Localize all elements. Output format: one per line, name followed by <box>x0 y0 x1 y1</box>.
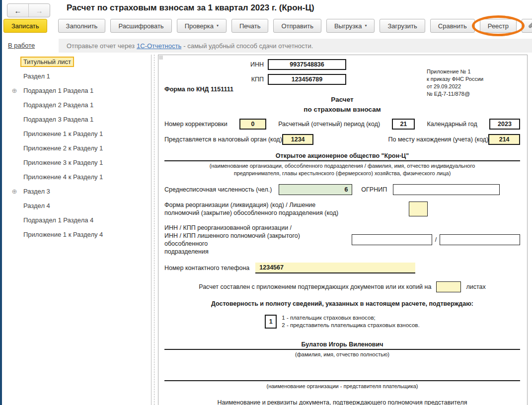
check-dropdown-button[interactable]: Проверка ▾ <box>177 19 227 33</box>
sidebar-item-label: Подраздел 2 Раздела 1 <box>21 100 95 110</box>
sidebar-item-subsection1-4[interactable]: Подраздел 1 Раздела 4 <box>6 213 151 227</box>
reorganization-code-label: Форма реорганизации (ликвидация) (код) /… <box>164 201 383 209</box>
print-button[interactable]: Печать <box>231 19 269 33</box>
contact-phone-field[interactable]: 1234567 <box>255 263 415 273</box>
status-bar: Отправьте отчет через 1С-Отчетность - са… <box>2 39 532 53</box>
window-edge-strip <box>0 0 2 405</box>
sidebar-item-label: Титульный лист <box>20 57 74 67</box>
status-state-link[interactable]: В работе <box>6 41 37 50</box>
period-code-field[interactable]: 21 <box>392 119 415 130</box>
divider <box>164 380 520 381</box>
ogrnip-field[interactable] <box>393 184 500 195</box>
correction-number-label: Номер корректировки <box>164 121 228 128</box>
inn-field[interactable]: 9937548836 <box>268 59 346 70</box>
sidebar-item-label: Приложение 1 к Разделу 4 <box>21 229 105 240</box>
reorg-kpp-field[interactable] <box>440 234 520 245</box>
appendix-line: к приказу ФНС России <box>427 75 483 83</box>
sidebar-item-label: Раздел 3 <box>21 186 52 197</box>
signer-option: 1 - плательщик страховых взносов; <box>282 314 419 322</box>
registry-button[interactable]: Реестр <box>480 19 517 33</box>
organization-name-hint: (наименование организации, обособленного… <box>164 162 520 170</box>
sidebar-item-label: Приложение 3 к Разделу 1 <box>21 157 105 168</box>
sidebar-item-appendix4-1[interactable]: Приложение 4 к Разделу 1 <box>6 170 151 184</box>
expand-icon[interactable]: ⊕ <box>10 87 18 94</box>
sidebar-item-appendix2-1[interactable]: Приложение 2 к Разделу 1 <box>6 141 151 155</box>
sidebar-item-label: Подраздел 1 Раздела 1 <box>21 85 95 96</box>
sidebar-item-appendix3-1[interactable]: Приложение 3 к Разделу 1 <box>6 155 151 170</box>
page-title: Расчет по страховым взносам за 1 квартал… <box>67 3 314 13</box>
reorg-inn-kpp-label: ИНН / КПП лишенного полномочий (закрытог… <box>164 232 345 248</box>
reorg-inn-field[interactable] <box>352 234 432 245</box>
forward-icon[interactable]: → <box>29 4 50 17</box>
attachments-text: Расчет составлен с приложением подтвержд… <box>199 283 431 290</box>
attachments-sheets-field[interactable] <box>436 281 461 292</box>
reorganization-code-label: полномочий (закрытие) обособленного подр… <box>164 209 383 217</box>
inn-kpp-separator: / <box>435 236 437 243</box>
signer-name-hint: (фамилия, имя, отчество полностью) <box>164 351 520 358</box>
signer-type-field[interactable]: 1 <box>265 315 277 329</box>
ogrnip-label: ОГРНИП <box>361 186 387 193</box>
export-button-label: Выгрузка <box>334 22 362 30</box>
sidebar-item-label: Приложение 1 к Разделу 1 <box>21 129 105 139</box>
tax-authority-label: Представляется в налоговый орган (код) <box>164 136 282 143</box>
divider <box>164 160 520 161</box>
status-message-band: Отправьте отчет через 1С-Отчетность - са… <box>59 39 532 53</box>
contact-phone-label: Номер контактного телефона <box>164 265 249 271</box>
sidebar-item-section1[interactable]: Раздел 1 <box>6 69 151 83</box>
representative-doc-field[interactable]: Наименование и реквизиты документа, подт… <box>164 399 520 405</box>
title-sheet-form: ИНН 9937548836 КПП 123456789 Форма по КН… <box>158 55 528 405</box>
sidebar-item-title-sheet[interactable]: Титульный лист <box>6 55 151 69</box>
send-button[interactable]: Отправить <box>273 19 321 33</box>
status-message-prefix: Отправьте отчет через <box>67 42 135 50</box>
reorganization-code-field[interactable] <box>409 202 428 216</box>
appendix-reference: Приложение № 1 к приказу ФНС России от 2… <box>427 68 483 98</box>
kpp-label: КПП <box>248 76 264 83</box>
1c-reporting-link[interactable]: 1С-Отчетность <box>137 42 181 50</box>
back-icon[interactable]: ← <box>7 4 29 17</box>
sidebar-item-subsection1-1[interactable]: ⊕ Подраздел 1 Раздела 1 <box>6 83 151 98</box>
expand-icon[interactable]: ⊕ <box>10 188 18 195</box>
sidebar-splitter[interactable] <box>154 55 154 405</box>
sidebar-item-label: Подраздел 3 Раздела 1 <box>21 114 95 125</box>
decrypt-button[interactable]: Расшифровать <box>110 19 171 33</box>
kpp-field[interactable]: 123456789 <box>268 74 346 85</box>
signer-option: 2 - представитель плательщика страховых … <box>282 322 419 329</box>
sidebar-item-section3[interactable]: ⊕ Раздел 3 <box>6 184 151 199</box>
load-button[interactable]: Загрузить <box>380 19 425 33</box>
toolbar: Записать Заполнить Расшифровать Проверка… <box>3 18 529 34</box>
attachments-button[interactable] <box>522 19 532 33</box>
calendar-year-label: Календарный год <box>427 121 477 128</box>
compare-button[interactable]: Сравнить <box>430 19 475 33</box>
chevron-down-icon: ▾ <box>217 24 219 28</box>
sections-sidebar: Титульный лист Раздел 1 ⊕ Подраздел 1 Ра… <box>6 55 152 405</box>
period-code-label: Расчетный (отчетный) период (код) <box>278 121 380 128</box>
calendar-year-field[interactable]: 2023 <box>489 119 520 130</box>
organization-name[interactable]: Открытое акционерное общество "Крон-Ц" <box>164 152 520 159</box>
sidebar-item-label: Раздел 1 <box>21 71 52 81</box>
header-bar: ← → Расчет по страховым взносам за 1 ква… <box>2 0 532 18</box>
organization-name-hint: предпринимателя, главы крестьянского (фе… <box>164 170 520 177</box>
check-button-label: Проверка <box>185 22 214 30</box>
scroll-corner <box>159 56 163 60</box>
sidebar-item-label: Раздел 4 <box>21 201 52 211</box>
appendix-line: от 29.09.2022 <box>427 83 483 90</box>
save-button[interactable]: Записать <box>3 19 47 33</box>
correction-number-field[interactable]: 0 <box>239 119 266 130</box>
headcount-field[interactable]: 6 <box>279 184 352 195</box>
sidebar-item-subsection3-1[interactable]: Подраздел 3 Раздела 1 <box>6 112 151 127</box>
export-dropdown-button[interactable]: Выгрузка ▾ <box>326 19 375 33</box>
location-code-field[interactable]: 214 <box>488 134 520 145</box>
paperclip-icon <box>528 22 532 30</box>
signer-name[interactable]: Булатов Игорь Виленович <box>164 341 520 348</box>
sidebar-item-label: Приложение 2 к Разделу 1 <box>21 143 105 153</box>
form-title: Расчет по страховым взносам <box>164 95 520 115</box>
sidebar-item-label: Приложение 4 к Разделу 1 <box>21 172 105 182</box>
confirmation-title: Достоверность и полноту сведений, указан… <box>164 300 520 307</box>
tax-authority-field[interactable]: 1234 <box>282 134 314 145</box>
sidebar-item-appendix1-1[interactable]: Приложение 1 к Разделу 1 <box>6 127 151 141</box>
fill-button[interactable]: Заполнить <box>58 19 106 33</box>
sidebar-item-subsection2-1[interactable]: Подраздел 2 Раздела 1 <box>6 98 151 112</box>
status-message-suffix: - самый удобный способ сдачи отчетности. <box>183 42 313 50</box>
sidebar-item-appendix1-4[interactable]: Приложение 1 к Разделу 4 <box>6 227 151 242</box>
sidebar-item-section4[interactable]: Раздел 4 <box>6 199 151 213</box>
